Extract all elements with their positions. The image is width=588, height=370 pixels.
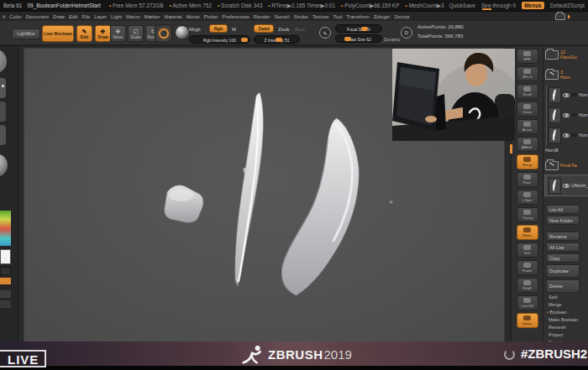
right-shelf-button[interactable]: Ghost xyxy=(517,225,538,240)
right-shelf-button[interactable]: L.Sym xyxy=(517,190,538,205)
menu-item[interactable]: File xyxy=(81,14,90,19)
focal-shift-slider[interactable]: Focal Shift 0 xyxy=(335,24,382,33)
visibility-eye-icon[interactable] xyxy=(563,113,570,117)
stroke-thumbnail[interactable] xyxy=(0,78,6,98)
subtool-folder-row[interactable]: 12FaceGu xyxy=(545,44,588,65)
slider-nub[interactable] xyxy=(361,27,368,31)
subtool-button[interactable]: List All xyxy=(546,205,580,214)
subtool-button[interactable]: Boolean xyxy=(546,309,580,316)
right-shelf-button[interactable]: AAHalf xyxy=(517,137,538,152)
menu-item[interactable]: Macro xyxy=(126,14,140,19)
subtool-button[interactable]: Copy xyxy=(546,253,580,263)
slider-nub[interactable] xyxy=(241,38,248,42)
menu-item[interactable]: Light xyxy=(111,14,122,19)
color-swatch-dark[interactable] xyxy=(0,267,11,275)
right-shelf-button[interactable]: SPix 3 xyxy=(517,66,538,81)
m-label[interactable]: M xyxy=(232,27,236,32)
tray-button[interactable] xyxy=(0,300,11,308)
zsub-label[interactable]: Zsub xyxy=(278,27,289,32)
menu-item[interactable]: Document xyxy=(26,14,49,19)
scale-button[interactable]: ◱Scale xyxy=(128,25,144,42)
subtool-button[interactable]: Merge xyxy=(546,301,580,309)
tray-button[interactable] xyxy=(0,290,11,298)
menu-item[interactable]: Tool xyxy=(333,14,343,19)
right-shelf-button[interactable]: Transp xyxy=(517,207,538,222)
right-shelf-button[interactable]: PolyF xyxy=(517,278,538,293)
live-boolean-button[interactable]: Live Boolean xyxy=(42,25,74,42)
subtool-button[interactable]: Remesh xyxy=(546,324,580,331)
subtool-label-row[interactable]: HornB xyxy=(545,145,588,155)
subtool-button[interactable]: Make Boolean Mesh xyxy=(546,316,580,324)
subtool-folder-open-row[interactable]: 3Horn xyxy=(545,65,588,85)
mrgb-label[interactable]: Mrgb xyxy=(189,27,201,32)
right-shelf-button[interactable]: Solo xyxy=(517,242,538,258)
subtool-thumbnail[interactable] xyxy=(549,87,561,103)
subtool-row[interactable]: HornF xyxy=(545,105,588,125)
lightbox-button[interactable]: LightBox xyxy=(12,29,40,39)
draw-button[interactable]: ✚Draw xyxy=(95,25,111,42)
menu-item[interactable]: Preferences xyxy=(222,14,249,19)
menu-item[interactable]: Stroke xyxy=(294,14,308,19)
menu-item[interactable]: Draw xyxy=(53,14,65,19)
alpha-thumbnail[interactable] xyxy=(0,102,6,122)
right-shelf-button[interactable]: Floor xyxy=(517,172,538,187)
brush-thumbnail[interactable] xyxy=(0,49,7,74)
subtool-thumbnail[interactable] xyxy=(549,107,561,123)
menu-item[interactable]: Marker xyxy=(144,14,160,19)
right-shelf-button[interactable]: Line-Fill xyxy=(517,295,538,310)
visibility-eye-icon[interactable] xyxy=(563,133,570,138)
menu-item[interactable]: Material xyxy=(164,14,181,19)
menu-item[interactable]: Color xyxy=(9,14,21,19)
menu-item[interactable]: h xyxy=(3,14,5,19)
color-picker-strip[interactable] xyxy=(0,211,11,246)
dynamic-label[interactable]: Dynamic xyxy=(384,37,400,42)
zadd-button[interactable]: Zadd xyxy=(254,24,274,33)
right-shelf-button[interactable]: Xpose xyxy=(517,313,538,328)
rgb-intensity-slider[interactable]: Rgb Intensity 100 xyxy=(189,35,250,44)
subtool-button[interactable]: Rename xyxy=(546,232,580,241)
right-shelf-button[interactable]: Zoom xyxy=(517,102,538,117)
subtool-thumbnail[interactable] xyxy=(549,178,561,194)
menu-item[interactable]: Render xyxy=(254,14,270,19)
menu-item[interactable]: Edit xyxy=(69,14,77,19)
subtool-button[interactable]: Split xyxy=(546,294,580,301)
texture-thumbnail[interactable] xyxy=(0,125,6,145)
current-brush-button[interactable] xyxy=(155,24,172,43)
move-button[interactable]: ✥Move xyxy=(110,25,126,42)
subtool-button[interactable]: Duplicate xyxy=(546,264,580,278)
right-shelf-button[interactable]: Persp xyxy=(517,154,538,169)
menu-item[interactable]: Zscript xyxy=(394,14,409,19)
quicksave-button[interactable]: QuickSave xyxy=(449,3,475,8)
right-shelf-button[interactable]: Frame xyxy=(517,260,538,275)
material-sphere-button[interactable] xyxy=(175,25,190,40)
default-zscript-button[interactable]: DefaultZScript xyxy=(550,3,585,8)
subtool-row[interactable]: HornB xyxy=(545,85,588,105)
subtool-button[interactable]: All Low xyxy=(546,242,580,252)
menu-item[interactable]: Layer xyxy=(94,14,107,19)
subtool-folder-exit-row[interactable]: Final Fa xyxy=(545,155,588,175)
subtool-row[interactable]: HornB xyxy=(545,125,588,145)
edit-button[interactable]: ✎Edit xyxy=(76,25,92,42)
menus-toggle-button[interactable]: Menus xyxy=(522,2,544,9)
right-shelf-button[interactable]: Scroll xyxy=(517,84,538,99)
subtool-button[interactable]: Project xyxy=(546,331,580,339)
stroke-type-icon[interactable]: ✎ xyxy=(319,27,331,39)
left-tray-strip[interactable] xyxy=(0,46,18,342)
subtool-button[interactable]: Delete xyxy=(546,279,580,293)
draw-size-slider[interactable]: Draw Size 62 xyxy=(335,34,382,43)
right-shelf-button[interactable]: BPR xyxy=(517,49,538,64)
material-thumbnail[interactable] xyxy=(0,154,8,177)
rgb-button[interactable]: Rgb xyxy=(209,24,228,33)
color-swatch-white[interactable] xyxy=(0,249,11,264)
menu-item[interactable]: Transform xyxy=(347,14,370,19)
right-shelf-button[interactable]: Actual xyxy=(517,119,538,134)
z-intensity-slider[interactable]: Z Intensity 51 xyxy=(254,35,300,44)
visibility-eye-icon[interactable] xyxy=(563,93,570,97)
subtool-row-selected[interactable]: UMesh_H xyxy=(545,175,588,195)
menu-item[interactable]: Movie xyxy=(186,14,200,19)
menu-item[interactable]: Texture xyxy=(312,14,329,19)
toggle-pill[interactable] xyxy=(571,113,577,117)
subtool-button[interactable]: New Folder xyxy=(546,216,580,225)
toggle-pill[interactable] xyxy=(571,133,577,137)
menu-item[interactable]: Picker xyxy=(204,14,218,19)
